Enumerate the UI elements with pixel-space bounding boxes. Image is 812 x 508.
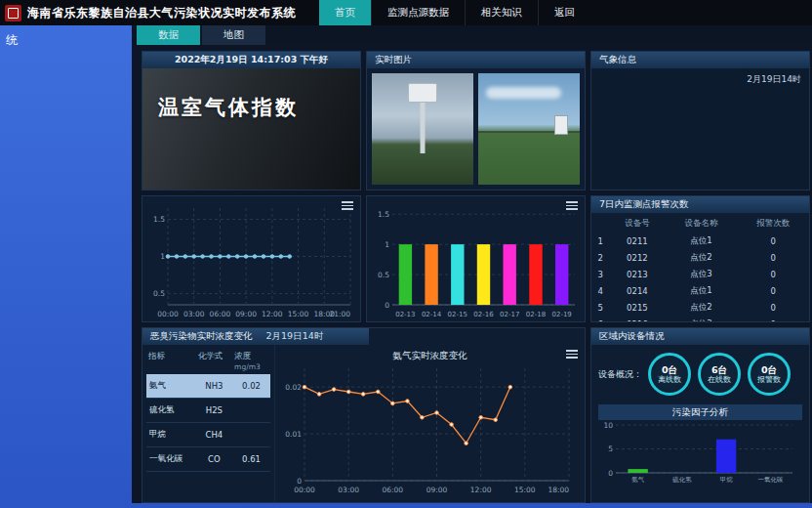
svg-text:0.5: 0.5 — [153, 289, 165, 298]
alarm-panel: 7日内监测点报警次数 设备号设备名称报警次数10211点位1020212点位20… — [590, 195, 810, 322]
daily-bar-chart: 00.511.502-1302-1402-1502-1602-1702-1802… — [367, 196, 585, 319]
device-stat-offline: 0台离线数 — [648, 353, 691, 396]
svg-text:02-18: 02-18 — [526, 311, 546, 318]
cloud-shape — [486, 87, 561, 99]
odor-row[interactable]: 氨气NH30.02 — [146, 374, 270, 399]
svg-text:03:00: 03:00 — [338, 486, 359, 494]
greenhouse-gas-title: 温室气体指数 — [158, 94, 299, 121]
svg-text:09:00: 09:00 — [235, 310, 257, 318]
svg-text:1.5: 1.5 — [153, 215, 165, 224]
app-logo-icon — [5, 5, 21, 21]
svg-text:1.5: 1.5 — [378, 210, 389, 219]
alarm-row: 10211点位10 — [591, 233, 809, 249]
nav-item-back[interactable]: 返回 — [538, 0, 590, 25]
monitor-cabinet — [554, 115, 568, 135]
ammonia-chart-wrap: 氨气实时浓度变化 00.010.0200:0003:0006:0009:0012… — [275, 345, 585, 502]
svg-text:甲烷: 甲烷 — [720, 476, 734, 484]
svg-text:03:00: 03:00 — [183, 310, 205, 318]
chart-menu-icon[interactable] — [566, 350, 578, 360]
nav-item-home[interactable]: 首页 — [319, 0, 371, 25]
alarm-col-header: 设备号 — [609, 215, 665, 233]
svg-text:02-19: 02-19 — [551, 311, 571, 318]
pollution-analysis-header: 污染因子分析 — [598, 404, 802, 420]
weather-body: 2月19日14时 — [591, 68, 809, 190]
device-overview-label: 设备概况： — [598, 368, 642, 381]
svg-text:0.02: 0.02 — [285, 383, 302, 392]
device-stats: 0台离线数6台在线数0台报警数 — [648, 353, 791, 396]
svg-text:10: 10 — [603, 421, 613, 430]
alarm-col-header: 设备名称 — [666, 215, 738, 233]
odor-col-header: 指标 — [146, 348, 196, 374]
ammonia-line-chart: 00.010.0200:0003:0006:0009:0012:0015:001… — [275, 362, 581, 495]
svg-text:氨气: 氨气 — [631, 476, 645, 484]
nav-item-knowledge[interactable]: 相关知识 — [465, 0, 538, 25]
svg-text:1: 1 — [385, 240, 389, 249]
svg-text:00:00: 00:00 — [157, 310, 179, 318]
svg-text:02-16: 02-16 — [473, 311, 494, 318]
ammonia-chart-title: 氨气实时浓度变化 — [275, 345, 585, 362]
svg-text:06:00: 06:00 — [210, 310, 231, 318]
gas-index-chart-panel: 0.511.500:0003:0006:0009:0012:0015:0018:… — [142, 195, 361, 322]
svg-text:00:00: 00:00 — [294, 486, 315, 494]
svg-text:0: 0 — [297, 477, 302, 486]
main-nav: 首页监测点源数据相关知识返回 — [319, 0, 590, 25]
odor-row[interactable]: 硫化氢H2S — [146, 399, 270, 423]
svg-text:一氧化碳: 一氧化碳 — [757, 476, 784, 484]
svg-text:02-14: 02-14 — [422, 311, 442, 318]
alarm-row: 30213点位30 — [591, 266, 809, 282]
sidebar-label: 统 — [6, 33, 18, 47]
chart-menu-icon[interactable] — [566, 201, 578, 211]
odor-table: 指标化学式浓度mg/m3氨气NH30.02硫化氢H2S甲烷CH4一氧化碳CO0.… — [146, 348, 270, 472]
odor-date: 2月19日14时 — [266, 330, 324, 343]
nav-item-monitor-data[interactable]: 监测点源数据 — [371, 0, 465, 25]
tab-data[interactable]: 数据 — [137, 25, 200, 45]
odor-body: 指标化学式浓度mg/m3氨气NH30.02硫化氢H2S甲烷CH4一氧化碳CO0.… — [142, 345, 585, 502]
odor-header-text: 恶臭污染物实时浓度变化 — [150, 330, 253, 343]
odor-row[interactable]: 一氧化碳CO0.61 — [146, 447, 270, 472]
gas-index-line-chart: 0.511.500:0003:0006:0009:0012:0015:0018:… — [142, 196, 360, 319]
tab-map[interactable]: 地图 — [202, 25, 265, 45]
devices-header: 区域内设备情况 — [591, 328, 809, 345]
svg-text:15:00: 15:00 — [288, 310, 309, 318]
odor-panel: 恶臭污染物实时浓度变化 2月19日14时 指标化学式浓度mg/m3氨气NH30.… — [142, 327, 586, 503]
app-title: 海南省乐东黎族自治县大气污染状况实时发布系统 — [27, 5, 296, 21]
monitor-photo-1 — [372, 73, 473, 185]
odor-table-wrap: 指标化学式浓度mg/m3氨气NH30.02硫化氢H2S甲烷CH4一氧化碳CO0.… — [142, 345, 275, 502]
svg-text:06:00: 06:00 — [383, 486, 404, 494]
greeting-header: 2022年2月19日 14:17:03 下午好 — [142, 52, 360, 68]
svg-text:02-13: 02-13 — [395, 311, 415, 318]
device-stat-alarm: 0台报警数 — [748, 353, 791, 396]
odor-col-header: 化学式 — [196, 348, 232, 374]
monitor-device — [408, 83, 437, 103]
svg-text:12:00: 12:00 — [262, 310, 283, 318]
alarm-row: 50215点位20 — [591, 299, 809, 316]
odor-col-header: 浓度mg/m3 — [232, 348, 270, 374]
alarm-col-header — [591, 215, 609, 233]
device-stat-online: 6台在线数 — [698, 353, 741, 396]
svg-text:0.5: 0.5 — [378, 271, 389, 279]
greenhouse-banner: 温室气体指数 — [142, 68, 360, 190]
tab-bar: 数据地图 — [132, 25, 812, 45]
weather-header: 气象信息 — [591, 52, 809, 68]
device-overview-row: 设备概况： 0台离线数6台在线数0台报警数 — [598, 353, 802, 396]
chart-menu-icon[interactable] — [342, 201, 353, 211]
odor-row[interactable]: 甲烷CH4 — [146, 423, 270, 447]
photos-panel: 实时图片 — [366, 51, 586, 190]
svg-text:15:00: 15:00 — [514, 486, 536, 494]
monitor-photo-2 — [478, 73, 580, 185]
devices-panel: 区域内设备情况 设备概况： 0台离线数6台在线数0台报警数 污染因子分析 051… — [590, 327, 810, 503]
alarm-row: 60216点位30 — [591, 316, 809, 322]
app-window: 海南省乐东黎族自治县大气污染状况实时发布系统 首页监测点源数据相关知识返回 统 … — [0, 0, 812, 508]
svg-text:12:00: 12:00 — [470, 486, 492, 494]
svg-text:02-17: 02-17 — [500, 311, 519, 318]
svg-text:0: 0 — [608, 469, 613, 478]
svg-text:硫化氢: 硫化氢 — [671, 476, 692, 484]
svg-text:0.01: 0.01 — [285, 430, 302, 439]
svg-text:09:00: 09:00 — [426, 486, 448, 494]
svg-text:5: 5 — [608, 444, 613, 453]
alarm-header: 7日内监测点报警次数 — [591, 196, 809, 213]
svg-text:21:00: 21:00 — [329, 310, 350, 318]
sidebar[interactable]: 统 — [0, 25, 132, 508]
pollution-factor-chart: 0510氨气硫化氢甲烷一氧化碳 — [598, 420, 800, 485]
weather-panel: 气象信息 2月19日14时 — [590, 51, 810, 190]
